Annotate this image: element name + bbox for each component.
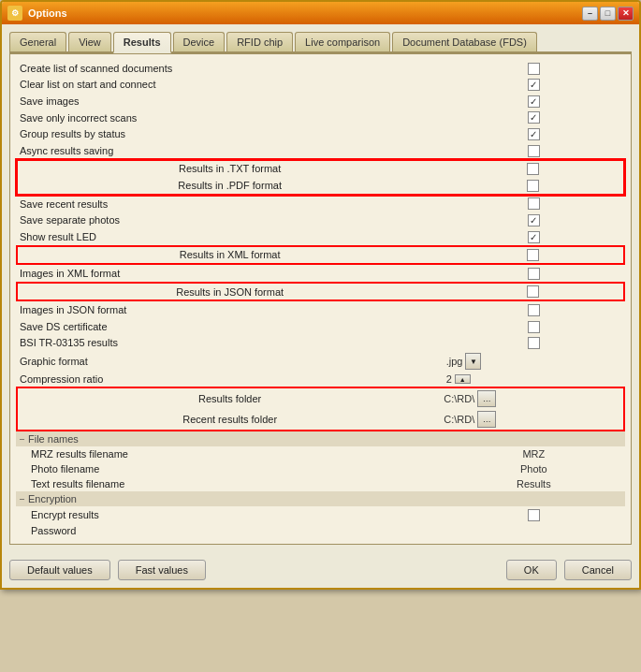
table-row: Results in XML format <box>16 245 625 266</box>
row-control <box>443 77 625 94</box>
row-control <box>443 93 625 110</box>
row-label: Images in JSON format <box>16 301 443 318</box>
recent-folder-value: C:\RD\ <box>444 414 474 425</box>
encryption-section-header[interactable]: – Encryption <box>16 491 625 506</box>
row-control <box>443 142 625 159</box>
txt-format-checkbox[interactable] <box>527 163 539 175</box>
clear-list-checkbox[interactable] <box>528 79 540 91</box>
tab-rfid[interactable]: RFID chip <box>226 32 293 51</box>
show-led-checkbox[interactable] <box>528 231 540 243</box>
save-ds-checkbox[interactable] <box>528 321 540 333</box>
table-row: Results in JSON format <box>17 283 624 301</box>
results-folder-browse[interactable]: … <box>477 390 496 407</box>
title-controls: – □ ✕ <box>582 7 634 21</box>
row-label: Password <box>16 523 443 538</box>
row-label: Create list of scanned documents <box>16 60 443 77</box>
row-label: BSI TR-03135 results <box>16 335 443 352</box>
graphic-format-dropdown[interactable]: ▼ <box>465 353 481 370</box>
pdf-format-checkbox[interactable] <box>527 180 539 192</box>
row-control <box>443 265 625 282</box>
row-control: MRZ <box>443 446 625 461</box>
row-control: C:\RD\ … <box>442 409 624 431</box>
async-checkbox[interactable] <box>528 145 540 157</box>
bsi-checkbox[interactable] <box>528 337 540 349</box>
row-control <box>443 196 625 212</box>
tab-fds[interactable]: Document Database (FDS) <box>392 32 537 51</box>
window-title: Options <box>28 7 67 19</box>
file-names-expander[interactable]: – <box>20 434 24 444</box>
fast-values-button[interactable]: Fast values <box>118 560 206 580</box>
encrypt-results-checkbox[interactable] <box>528 509 540 521</box>
table-row: Results in .TXT format Results in .PDF f… <box>16 159 625 196</box>
xml-format-checkbox[interactable] <box>527 249 539 261</box>
cancel-button[interactable]: Cancel <box>564 560 632 580</box>
tab-live[interactable]: Live comparison <box>295 32 390 51</box>
table-row: Images in JSON format <box>16 301 625 318</box>
save-images-checkbox[interactable] <box>528 95 540 108</box>
table-row: Show result LED <box>16 228 625 245</box>
images-xml-checkbox[interactable] <box>528 268 540 280</box>
row-label: Encrypt results <box>16 506 443 523</box>
default-values-button[interactable]: Default values <box>9 560 110 580</box>
dialog-content: General View Results Device RFID chip Li… <box>2 24 639 552</box>
tab-view[interactable]: View <box>68 32 111 51</box>
compression-spinner-up[interactable]: ▲ <box>455 374 471 384</box>
title-bar: ⚙ Options – □ ✕ <box>2 2 639 24</box>
table-row: Images in XML format <box>16 265 625 282</box>
compression-control: 2 ▲ <box>446 373 621 385</box>
table-row: Save images <box>16 93 625 110</box>
encryption-expander[interactable]: – <box>20 494 24 504</box>
row-control <box>443 228 625 245</box>
table-row: Save DS certificate <box>16 318 625 335</box>
file-names-section-header[interactable]: – File names <box>16 431 625 446</box>
group-results-checkbox[interactable] <box>528 128 540 140</box>
options-window: ⚙ Options – □ ✕ General View Results Dev… <box>0 0 641 590</box>
maximize-button[interactable]: □ <box>600 7 616 21</box>
row-label: Results in .TXT format <box>17 160 442 178</box>
save-recent-checkbox[interactable] <box>528 197 540 210</box>
close-button[interactable]: ✕ <box>618 7 634 21</box>
graphic-format-value: .jpg <box>446 356 463 367</box>
tab-results[interactable]: Results <box>113 32 171 53</box>
save-photos-checkbox[interactable] <box>528 214 540 226</box>
table-row: Results folder C:\RD\ … <box>17 387 624 409</box>
minimize-button[interactable]: – <box>582 7 598 21</box>
row-control: C:\RD\ … <box>442 387 624 409</box>
tab-bar: General View Results Device RFID chip Li… <box>9 32 632 53</box>
text-filename-value: Results <box>517 478 551 489</box>
row-label: Graphic format <box>16 351 443 372</box>
row-control <box>443 212 625 228</box>
table-row: BSI TR-03135 results <box>16 335 625 352</box>
table-row: Compression ratio 2 ▲ <box>16 372 625 387</box>
row-control: .jpg ▼ <box>443 351 625 372</box>
encryption-label: Encryption <box>28 493 77 504</box>
tab-device[interactable]: Device <box>173 32 226 51</box>
save-incorrect-checkbox[interactable] <box>528 111 540 124</box>
file-names-label: File names <box>28 433 79 445</box>
recent-folder-browse[interactable]: … <box>477 411 496 428</box>
row-label: Results in JSON format <box>17 283 442 301</box>
file-names-table: MRZ results filename MRZ Photo filename … <box>16 446 625 491</box>
ok-button[interactable]: OK <box>506 560 557 580</box>
table-row: Password <box>16 523 625 538</box>
row-control <box>443 506 625 523</box>
row-control <box>443 110 625 126</box>
results-folder-value: C:\RD\ <box>444 393 474 404</box>
table-row: Results folder C:\RD\ … <box>16 387 625 431</box>
table-row: Save only incorrect scans <box>16 110 625 126</box>
row-control <box>443 301 625 318</box>
row-label: Show result LED <box>16 228 443 245</box>
json-format-checkbox[interactable] <box>527 285 539 298</box>
row-control: 2 ▲ <box>443 372 625 387</box>
results-folder-control: C:\RD\ … <box>444 390 621 407</box>
row-label: Text results filename <box>16 476 443 491</box>
table-row: Save recent results <box>16 196 625 212</box>
images-json-checkbox[interactable] <box>528 304 540 316</box>
row-label: Save separate photos <box>16 212 443 228</box>
row-label: Recent results folder <box>17 409 442 431</box>
create-list-checkbox[interactable] <box>528 63 540 75</box>
table-row: Results in XML format <box>17 246 624 265</box>
row-control <box>443 318 625 335</box>
graphic-format-control: .jpg ▼ <box>446 353 621 370</box>
tab-general[interactable]: General <box>9 32 66 51</box>
